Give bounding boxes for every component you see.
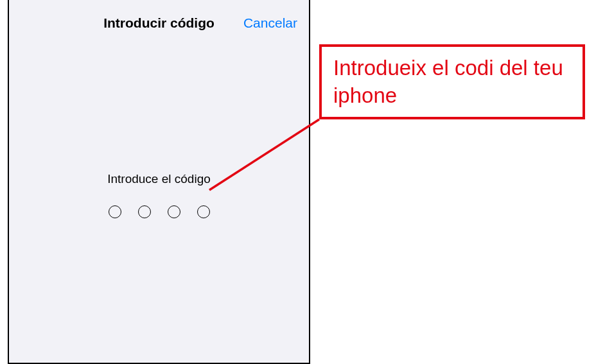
phone-screen-frame: Introducir código Cancelar Introduce el … [8,0,310,364]
passcode-dots-container[interactable] [9,205,309,218]
passcode-modal-sheet: Introducir código Cancelar Introduce el … [9,5,309,363]
passcode-dot-1 [109,205,121,218]
sheet-header: Introducir código Cancelar [9,5,309,41]
passcode-entry-area: Introduce el código [9,172,309,218]
passcode-dot-2 [138,205,151,218]
annotation-text: Introdueix el codi del teu iphone [333,55,583,110]
annotation-callout-box: Introdueix el codi del teu iphone [319,44,585,119]
passcode-dot-4 [197,205,210,218]
passcode-dot-3 [168,205,180,218]
sheet-title: Introducir código [103,15,215,31]
cancel-button[interactable]: Cancelar [243,15,297,31]
passcode-prompt: Introduce el código [9,172,309,186]
